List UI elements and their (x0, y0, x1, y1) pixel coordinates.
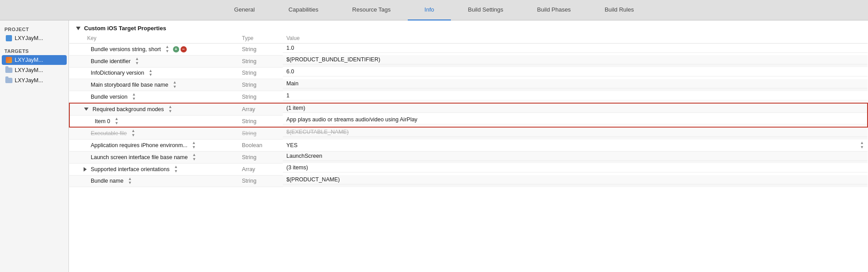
project-icon (5, 35, 12, 42)
section-header: Custom iOS Target Properties (69, 20, 868, 34)
value-cell: 1.0 (283, 44, 868, 53)
properties-table-wrapper: Key Type Value Bundle versions string, s… (69, 34, 868, 272)
table-row[interactable]: Required background modes▲▼Array(1 item) (69, 103, 868, 115)
col-value: Value (283, 34, 868, 44)
section-title: Custom iOS Target Properties (84, 25, 166, 32)
tab-build-rules[interactable]: Build Rules (588, 0, 651, 20)
table-row[interactable]: InfoDictionary version▲▼String6.0 (69, 67, 868, 79)
sidebar-item-target-2[interactable]: LXYJayM... (2, 65, 67, 75)
value-cell: Main (283, 79, 868, 88)
key-text: Bundle versions string, short (91, 46, 161, 52)
key-text: Bundle version (91, 94, 128, 100)
type-cell: String (238, 79, 283, 91)
key-stepper[interactable]: ▲▼ (174, 165, 178, 174)
value-stepper[interactable]: ▲▼ (860, 141, 864, 150)
folder-icon-1 (5, 67, 12, 74)
key-stepper[interactable]: ▲▼ (192, 141, 196, 150)
sidebar-item-project[interactable]: LXYJayM... (2, 33, 67, 43)
type-cell: String (238, 91, 283, 103)
col-type: Type (238, 34, 283, 44)
type-cell: Boolean (238, 140, 283, 152)
table-header-row: Key Type Value (69, 34, 868, 44)
table-row[interactable]: Supported interface orientations▲▼Array(… (69, 163, 868, 175)
col-key: Key (69, 34, 238, 44)
value-cell: 6.0 (283, 67, 868, 76)
table-row[interactable]: Item 0▲▼StringApp plays audio or streams… (69, 115, 868, 127)
type-cell: String (238, 127, 283, 139)
key-text: Launch screen interface file base name (91, 154, 188, 160)
key-stepper[interactable]: ▲▼ (149, 69, 153, 78)
sidebar-target-2-label: LXYJayM... (15, 67, 43, 73)
sidebar-project-label: LXYJayM... (15, 35, 43, 41)
folder-icon-2 (5, 77, 12, 84)
type-cell: String (238, 152, 283, 164)
value-cell: (3 items) (283, 163, 868, 172)
key-stepper[interactable]: ▲▼ (169, 105, 173, 114)
key-text: Supported interface orientations (91, 166, 169, 172)
value-cell: YES▲▼ (283, 140, 868, 152)
sidebar-item-target-3[interactable]: LXYJayM... (2, 76, 67, 85)
key-stepper[interactable]: ▲▼ (173, 80, 177, 89)
value-cell: $(PRODUCT_BUNDLE_IDENTIFIER) (283, 55, 868, 64)
project-section-label: PROJECT (0, 25, 68, 33)
tab-capabilities[interactable]: Capabilities (272, 0, 335, 20)
key-stepper[interactable]: ▲▼ (165, 45, 169, 54)
properties-table: Key Type Value Bundle versions string, s… (69, 34, 868, 187)
value-cell: $(EXECUTABLE_NAME) (283, 128, 868, 137)
type-cell: String (238, 44, 283, 56)
key-text: Application requires iPhone environm... (91, 142, 187, 148)
table-row[interactable]: Bundle version▲▼String1 (69, 91, 868, 103)
value-cell: $(PRODUCT_NAME) (283, 175, 868, 184)
table-row[interactable]: Bundle versions string, short▲▼ + − Stri… (69, 44, 868, 56)
tab-resource-tags[interactable]: Resource Tags (335, 0, 407, 20)
key-text: Item 0 (95, 118, 110, 124)
tab-general[interactable]: General (217, 0, 272, 20)
app-icon (5, 56, 12, 64)
key-text: Required background modes (92, 106, 164, 112)
value-cell: LaunchScreen (283, 152, 868, 161)
table-row[interactable]: Executable file▲▼String$(EXECUTABLE_NAME… (69, 127, 868, 139)
type-cell: String (238, 67, 283, 79)
key-text: Executable file (91, 130, 127, 136)
expand-triangle[interactable] (84, 108, 88, 111)
value-cell: 1 (283, 91, 868, 100)
sidebar: PROJECT LXYJayM... TARGETS LXYJayM... LX… (0, 20, 69, 272)
sidebar-target-1-label: LXYJayM... (15, 57, 43, 63)
type-cell: String (238, 175, 283, 187)
remove-row-button[interactable]: − (181, 46, 187, 52)
sidebar-item-target-1[interactable]: LXYJayM... (2, 55, 67, 65)
key-text: Bundle name (91, 178, 124, 184)
table-row[interactable]: Bundle identifier▲▼String$(PRODUCT_BUNDL… (69, 55, 868, 67)
tab-bar: General Capabilities Resource Tags Info … (0, 0, 868, 20)
expand-triangle[interactable] (84, 167, 87, 172)
type-cell: Array (238, 103, 283, 115)
key-text: Main storyboard file base name (91, 82, 168, 88)
table-row[interactable]: Main storyboard file base name▲▼StringMa… (69, 79, 868, 91)
table-row[interactable]: Application requires iPhone environm...▲… (69, 140, 868, 152)
add-row-button[interactable]: + (173, 46, 179, 52)
tab-info[interactable]: Info (408, 0, 451, 20)
targets-section-label: TARGETS (0, 47, 68, 55)
value-cell: (1 item) (283, 104, 867, 113)
table-row[interactable]: Launch screen interface file base name▲▼… (69, 152, 868, 164)
key-text: InfoDictionary version (91, 70, 144, 76)
key-stepper[interactable]: ▲▼ (192, 153, 196, 162)
tab-build-settings[interactable]: Build Settings (451, 0, 520, 20)
section-triangle[interactable] (76, 27, 80, 30)
sidebar-target-3-label: LXYJayM... (15, 77, 43, 84)
key-text: Bundle identifier (91, 58, 131, 64)
type-cell: Array (238, 163, 283, 175)
type-cell: String (238, 115, 283, 127)
key-stepper[interactable]: ▲▼ (131, 129, 135, 138)
key-stepper[interactable]: ▲▼ (128, 177, 132, 186)
content-area: Custom iOS Target Properties Key Type Va… (69, 20, 868, 272)
main-layout: PROJECT LXYJayM... TARGETS LXYJayM... LX… (0, 20, 868, 272)
value-cell: App plays audio or streams audio/video u… (283, 115, 867, 124)
tab-build-phases[interactable]: Build Phases (520, 0, 588, 20)
table-row[interactable]: Bundle name▲▼String$(PRODUCT_NAME) (69, 175, 868, 187)
key-stepper[interactable]: ▲▼ (135, 57, 139, 66)
type-cell: String (238, 55, 283, 67)
key-stepper[interactable]: ▲▼ (115, 117, 119, 126)
key-stepper[interactable]: ▲▼ (132, 92, 136, 101)
